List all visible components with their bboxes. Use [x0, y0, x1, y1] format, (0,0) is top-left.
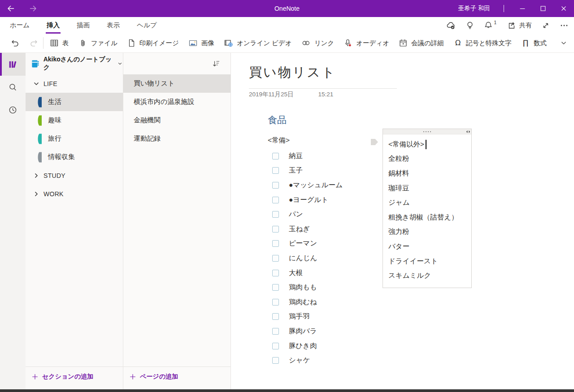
todo-label[interactable]: 玉子 [289, 166, 303, 175]
tab-view[interactable]: 表示 [106, 17, 121, 34]
todo-checkbox[interactable] [272, 328, 279, 335]
todo-item: ●ヨーグルト [272, 193, 343, 207]
paragraph-handle[interactable] [370, 138, 378, 146]
insert-printout-button[interactable]: 印刷イメージ [127, 39, 179, 47]
resize-handle-icon[interactable] [466, 130, 470, 134]
search-nav-button[interactable] [0, 76, 26, 99]
todo-checkbox[interactable] [272, 153, 279, 159]
todo-checkbox[interactable] [272, 197, 279, 203]
insert-audio-button[interactable]: オーディオ [344, 39, 389, 48]
fullscreen-button[interactable] [541, 21, 550, 30]
page-item[interactable]: 買い物リスト [123, 74, 230, 93]
todo-label[interactable]: 大根 [289, 268, 303, 278]
todo-checkbox[interactable] [272, 313, 279, 320]
page-title[interactable]: 買い物リスト [249, 64, 336, 82]
todo-item: 鶏肉もも [272, 280, 343, 295]
note-container-drag-bar[interactable] [383, 129, 471, 134]
notebooks-nav-button[interactable] [0, 53, 26, 76]
section-item-ryoko[interactable]: 旅行 [26, 129, 123, 148]
page-canvas[interactable]: 買い物リスト 2019年11月25日15:21 食品 <常備> 納豆 玉子 ●マ… [231, 53, 574, 389]
undo-button[interactable] [7, 35, 22, 51]
section-group-life[interactable]: LIFE [26, 74, 123, 93]
todo-label[interactable]: 鶏肉もも [289, 283, 317, 292]
todo-item: にんじん [272, 251, 343, 266]
section-item-seikatsu[interactable]: 生活 [26, 93, 123, 111]
note-line[interactable]: ジャム [388, 195, 471, 210]
close-button[interactable] [553, 0, 574, 17]
tab-draw[interactable]: 描画 [76, 17, 91, 34]
insert-image-button[interactable]: 画像 [188, 39, 214, 47]
section-group-study[interactable]: STUDY [26, 166, 123, 185]
ribbon-more-button[interactable] [556, 35, 571, 51]
todo-label[interactable]: シャケ [289, 356, 310, 365]
note-container[interactable]: <常備以外> 全粒粉 鍋材料 珈琲豆 ジャム 粗挽き胡椒（詰替え） 強力粉 バタ… [383, 129, 472, 288]
insert-online-video-button[interactable]: オンライン ビデオ [224, 39, 292, 47]
note-line[interactable]: 珈琲豆 [388, 181, 471, 196]
note-line[interactable]: 全粒粉 [388, 152, 471, 167]
section-item-shumi[interactable]: 趣味 [26, 111, 123, 129]
todo-list-title[interactable]: <常備> [268, 136, 290, 145]
todo-label[interactable]: パン [289, 210, 303, 219]
todo-checkbox[interactable] [272, 357, 279, 364]
forward-button[interactable] [29, 4, 38, 13]
todo-label[interactable]: にんじん [289, 254, 317, 263]
note-line[interactable]: 鍋材料 [388, 166, 471, 181]
insert-file-button[interactable]: ファイル [78, 39, 117, 47]
insert-link-button[interactable]: リンク [301, 39, 335, 47]
recent-notes-nav-button[interactable] [0, 99, 26, 121]
user-name[interactable]: 亜希子 和田 [458, 4, 490, 13]
todo-label[interactable]: 鶏手羽 [289, 312, 310, 321]
equation-button[interactable]: ∏ 数式 [521, 39, 547, 47]
notebook-switcher[interactable]: Akikoさんのノートブック [26, 53, 123, 74]
todo-checkbox[interactable] [272, 226, 279, 233]
todo-label[interactable]: 鶏肉むね [289, 297, 317, 307]
sort-pages-button[interactable] [212, 59, 221, 68]
note-line[interactable]: バター [388, 239, 471, 254]
todo-label[interactable]: ●ヨーグルト [289, 195, 328, 205]
page-item[interactable]: 金融機関 [123, 111, 230, 129]
meeting-details-button[interactable]: 会議の詳細 [399, 39, 444, 47]
todo-checkbox[interactable] [272, 270, 279, 276]
todo-label[interactable]: 豚ひき肉 [289, 341, 317, 351]
tab-insert[interactable]: 挿入 [46, 17, 61, 34]
tab-home[interactable]: ホーム [9, 17, 30, 34]
todo-checkbox[interactable] [272, 211, 279, 218]
todo-checkbox[interactable] [272, 343, 279, 349]
notifications-button[interactable]: 1 [484, 21, 498, 30]
maximize-button[interactable] [533, 0, 553, 17]
add-section-button[interactable]: セクションの追加 [26, 366, 123, 387]
todo-checkbox[interactable] [272, 167, 279, 174]
sync-status-button[interactable] [445, 21, 456, 30]
add-section-label: セクションの追加 [42, 373, 93, 381]
todo-label[interactable]: ピーマン [289, 239, 317, 248]
more-options-button[interactable] [560, 21, 569, 30]
symbols-button[interactable]: Ω 記号と特殊文字 [453, 39, 512, 47]
tab-help[interactable]: ヘルプ [136, 17, 158, 34]
todo-checkbox[interactable] [272, 299, 279, 306]
note-line[interactable]: ドライイースト [388, 254, 471, 269]
back-button[interactable] [6, 4, 15, 13]
note-line[interactable]: <常備以外> [388, 137, 471, 152]
todo-label[interactable]: 豚肉バラ [289, 327, 317, 336]
section-item-joho-shushu[interactable]: 情報収集 [26, 148, 123, 166]
todo-checkbox[interactable] [272, 240, 279, 247]
todo-checkbox[interactable] [272, 255, 279, 262]
page-item[interactable]: 運動記録 [123, 129, 230, 148]
note-line[interactable]: 粗挽き胡椒（詰替え） [388, 210, 471, 225]
section-group-work[interactable]: WORK [26, 185, 123, 203]
todo-label[interactable]: ●マッシュルーム [289, 181, 343, 190]
section-heading[interactable]: 食品 [268, 114, 287, 126]
todo-label[interactable]: 玉ねぎ [289, 224, 310, 234]
todo-checkbox[interactable] [272, 182, 279, 189]
minimize-button[interactable] [512, 0, 533, 17]
redo-button[interactable] [26, 35, 41, 51]
note-line[interactable]: スキムミルク [388, 268, 471, 283]
page-item[interactable]: 横浜市内の温泉施設 [123, 93, 230, 111]
ideas-button[interactable] [465, 21, 474, 30]
share-button[interactable]: 共有 [507, 21, 532, 30]
add-page-button[interactable]: ページの追加 [123, 366, 230, 387]
note-line[interactable]: 強力粉 [388, 225, 471, 240]
insert-table-button[interactable]: 表 [50, 39, 69, 47]
todo-checkbox[interactable] [272, 284, 279, 291]
todo-label[interactable]: 納豆 [289, 151, 303, 161]
